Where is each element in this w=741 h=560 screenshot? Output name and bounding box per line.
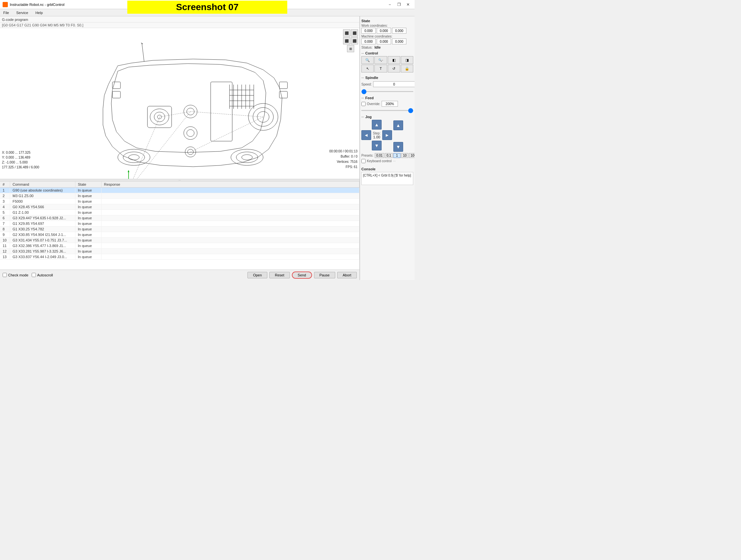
cell-command: G1 X30.25 Y54.782 [10, 226, 75, 232]
control-section-divider: Control [361, 51, 413, 55]
close-button[interactable]: ✕ [404, 1, 412, 8]
menu-help[interactable]: Help [33, 10, 45, 15]
cell-command: G90 (use absolute coordinates) [10, 188, 75, 193]
send-button[interactable]: Send [292, 272, 312, 279]
check-mode-checkbox[interactable] [3, 273, 7, 277]
jog-z-up-button[interactable]: ▲ [393, 121, 403, 130]
keyboard-control-checkbox[interactable] [361, 159, 365, 163]
pause-button[interactable]: Pause [314, 272, 335, 278]
abort-button[interactable]: Abort [337, 272, 357, 278]
preset-001[interactable]: 0.01 [375, 153, 384, 158]
canvas-toolbar-btn4[interactable]: ⬛ [351, 37, 358, 45]
command-table-container[interactable]: # Command State Response 1 G90 (use abso… [0, 182, 359, 270]
check-mode-label[interactable]: Check mode [3, 273, 28, 277]
cell-num: 8 [0, 226, 10, 232]
canvas-toolbar-btn1[interactable]: ⬛ [343, 29, 350, 37]
table-row: 13 G3 X33.837 Y56.44 I-2.049 J3.0... In … [0, 254, 359, 260]
col-header-state: State [75, 182, 101, 188]
table-row: 5 G1 Z-1.00 In queue [0, 210, 359, 215]
reset-button[interactable]: Reset [269, 272, 290, 278]
table-row: 10 G3 X31.434 Y55.07 I-0.751 J3.7... In … [0, 237, 359, 243]
canvas-toolbar-btn2[interactable]: ⬛ [351, 29, 358, 37]
jog-right-button[interactable]: ► [382, 130, 392, 140]
jog-down-button[interactable]: ▼ [372, 141, 382, 150]
cell-response [101, 237, 359, 243]
refresh-button[interactable]: ↺ [388, 65, 400, 72]
cell-command: G3 X33.837 Y56.44 I-2.049 J3.0... [10, 254, 75, 260]
step-value: 1.00 [372, 135, 382, 139]
work-z-input[interactable] [392, 28, 406, 33]
work-x-input[interactable] [361, 28, 376, 33]
cell-num: 6 [0, 215, 10, 221]
cell-command: G3 X29.447 Y54.635 I-0.928 J2... [10, 215, 75, 221]
machine-x-input[interactable] [361, 39, 376, 45]
cell-num: 12 [0, 249, 10, 254]
jog-layout: ▲ ◄ Step: 1.00 ► ▼ ▲ ▼ [361, 120, 413, 152]
presets-row: Presets: 0.01 0.1 1 10 100 [361, 153, 413, 158]
spindle-slider[interactable] [361, 91, 413, 92]
state-section-title: State [361, 19, 413, 23]
command-table-body: 1 G90 (use absolute coordinates) In queu… [0, 188, 359, 260]
table-row: 8 G1 X30.25 Y54.782 In queue [0, 226, 359, 232]
table-row: 1 G90 (use absolute coordinates) In queu… [0, 188, 359, 193]
restore-button[interactable]: ❐ [395, 1, 403, 8]
autoscroll-label[interactable]: Autoscroll [32, 273, 53, 277]
move-button[interactable]: ↖ [361, 65, 374, 72]
status-row: Status: Idle [361, 45, 413, 49]
zoom-out-button[interactable]: 🔍- [375, 56, 387, 64]
coord-line2: Y: 0.000 ... 136.489 [2, 155, 39, 160]
spindle-row: Speed: ⚙ [361, 81, 413, 88]
cell-response [101, 226, 359, 232]
spindle-speed-input[interactable] [373, 81, 415, 87]
minimize-button[interactable]: − [386, 1, 394, 8]
feed-slider[interactable] [361, 110, 413, 111]
time-overlay: 00:00:00 / 00:01:13 Buffer: 0 / 0 Vertic… [329, 149, 357, 170]
machine-y-input[interactable] [377, 39, 391, 45]
work-y-input[interactable] [377, 28, 391, 33]
command-table: # Command State Response 1 G90 (use abso… [0, 182, 359, 260]
cell-num: 7 [0, 221, 10, 226]
lock-button[interactable]: 🔒 [401, 65, 413, 72]
spindle-section-divider: Spindle [361, 76, 413, 80]
cell-state: In queue [75, 232, 101, 237]
fit-left-button[interactable]: ◧ [388, 56, 400, 64]
cell-response [101, 243, 359, 249]
jog-section-divider: Jog [361, 115, 413, 119]
jog-up-button[interactable]: ▲ [372, 120, 382, 130]
cell-response [101, 188, 359, 193]
preset-10[interactable]: 10 [401, 153, 408, 158]
console-title: Console [361, 167, 413, 171]
zoom-in-button[interactable]: 🔍 [361, 56, 374, 64]
cell-response [101, 221, 359, 226]
preset-1[interactable]: 1 [393, 153, 401, 158]
open-button[interactable]: Open [248, 272, 267, 278]
dots-icon: ··· [393, 159, 396, 163]
fps-value: FPS: 61 [329, 164, 357, 170]
autoscroll-checkbox[interactable] [32, 273, 36, 277]
console-section: Console [CTRL+X] < Grbl 0.9j ['$' for he… [361, 166, 413, 185]
feed-override-input[interactable] [382, 101, 398, 107]
jog-z-down-button[interactable]: ▼ [393, 142, 403, 152]
canvas-toolbar-btn5[interactable]: ⊞ [347, 45, 354, 52]
cell-state: In queue [75, 226, 101, 232]
jog-left-button[interactable]: ◄ [361, 130, 371, 140]
menu-file[interactable]: File [1, 10, 11, 15]
menu-service[interactable]: Service [14, 10, 30, 15]
cell-command: G0 X28.45 Y54.566 [10, 204, 75, 210]
preset-01[interactable]: 0.1 [385, 153, 393, 158]
bottom-bar-left: Check mode Autoscroll [3, 273, 53, 277]
feed-override-checkbox[interactable] [361, 102, 365, 106]
jog-section-title: Jog [365, 115, 372, 119]
divider-handle[interactable]: ··· [0, 179, 359, 182]
canvas-area: ⬛ ⬛ ⬛ ⬛ ⊞ [0, 28, 359, 179]
keyboard-control-label: Keyboard control [367, 159, 392, 163]
preset-100[interactable]: 100 [409, 153, 415, 158]
text-button[interactable]: T [375, 65, 387, 72]
fit-right-button[interactable]: ◨ [401, 56, 413, 64]
machine-z-input[interactable] [392, 39, 406, 45]
feed-slider-container [361, 108, 413, 112]
cell-num: 2 [0, 193, 10, 199]
canvas-toolbar-btn3[interactable]: ⬛ [343, 37, 350, 45]
col-header-num: # [0, 182, 10, 188]
control-grid: 🔍 🔍- ◧ ◨ ↖ T ↺ 🔒 [361, 56, 413, 72]
